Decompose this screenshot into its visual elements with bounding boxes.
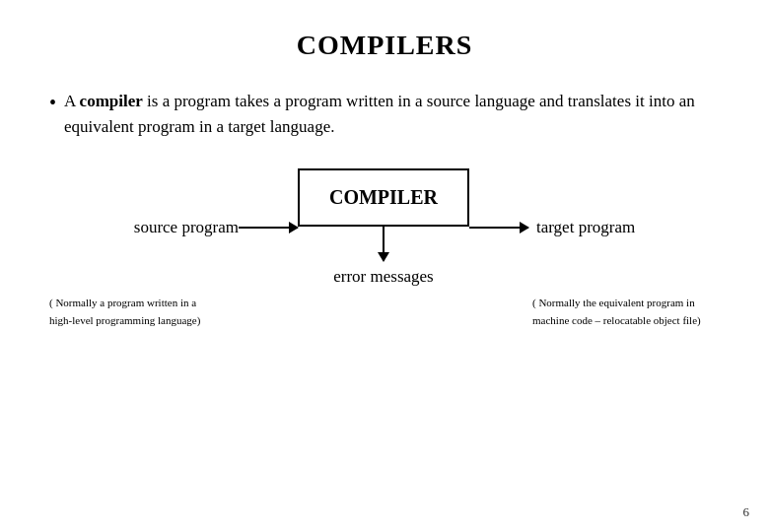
source-note-area: ( Normally a program written in a high-l… <box>49 293 207 329</box>
bullet-section: • A compiler is a program takes a progra… <box>49 89 720 139</box>
target-group: target program <box>536 218 635 237</box>
source-note: ( Normally a program written in a high-l… <box>49 297 200 326</box>
target-label: target program <box>536 218 635 237</box>
compiler-to-target-arrow <box>469 218 528 237</box>
compiler-box: COMPILER <box>298 168 469 227</box>
bullet-text: A compiler is a program takes a program … <box>64 89 720 139</box>
bullet-dot: • <box>49 89 56 116</box>
diagram-row: source program COMPILER error messages <box>134 168 635 287</box>
slide: COMPILERS • A compiler is a program take… <box>0 0 769 532</box>
notes-row: ( Normally a program written in a high-l… <box>49 293 720 329</box>
page-number: 6 <box>743 504 750 520</box>
arrow-line-2 <box>469 227 528 229</box>
slide-title: COMPILERS <box>49 30 720 61</box>
target-note: ( Normally the equivalent program in mac… <box>532 297 701 326</box>
bold-word: compiler <box>80 92 143 110</box>
arrow-line-1 <box>239 227 298 229</box>
arrow-down-line <box>383 227 384 261</box>
source-label: source program <box>134 218 239 237</box>
arrow-down-head <box>378 252 389 262</box>
target-note-area: ( Normally the equivalent program in mac… <box>532 293 720 329</box>
source-group: source program <box>134 218 239 237</box>
error-label: error messages <box>333 267 434 287</box>
bullet-rest: is a program takes a program written in … <box>64 92 695 136</box>
source-to-compiler-arrow <box>239 218 298 237</box>
compiler-group: COMPILER error messages <box>298 168 469 287</box>
